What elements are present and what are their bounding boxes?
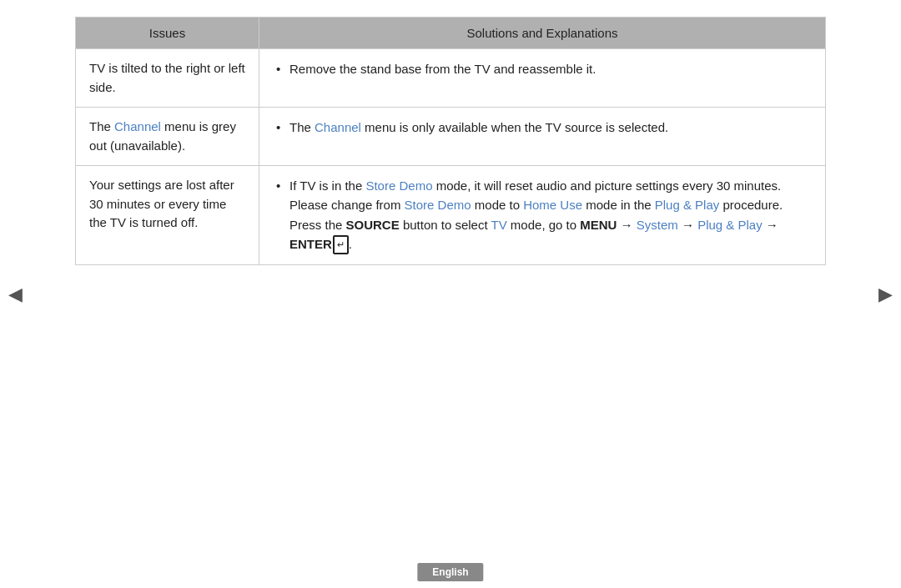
page-container: ◀ ▶ Issues Solutions and Explanations TV… xyxy=(0,0,901,588)
solution-list-2: The Channel menu is only available when … xyxy=(273,118,812,137)
issue-text-3: Your settings are lost after 30 minutes … xyxy=(89,178,234,229)
menu-bold: MENU xyxy=(580,218,617,232)
issue-cell-2: The Channel menu is grey out (unavailabl… xyxy=(76,108,259,166)
header-solutions: Solutions and Explanations xyxy=(259,18,826,49)
solution-list-3: If TV is in the Store Demo mode, it will… xyxy=(273,176,812,254)
enter-bold: ENTER xyxy=(289,237,332,251)
enter-icon xyxy=(333,235,349,254)
table-header-row: Issues Solutions and Explanations xyxy=(76,18,826,49)
tv-link: TV xyxy=(491,218,507,232)
solution-text-2b: menu is only available when the TV sourc… xyxy=(361,120,668,134)
solution-cell-2: The Channel menu is only available when … xyxy=(259,108,826,166)
system-link: System xyxy=(637,218,678,232)
home-use-link: Home Use xyxy=(523,198,582,212)
issue-cell-3: Your settings are lost after 30 minutes … xyxy=(76,166,259,265)
issue-text-2a: The xyxy=(89,119,114,133)
solution-cell-1: Remove the stand base from the TV and re… xyxy=(259,49,826,108)
solution-text-3j: → xyxy=(763,218,778,232)
footer-language: English xyxy=(417,563,483,581)
solution-text-3g: mode, go to xyxy=(507,218,581,232)
solution-text-3c: mode to xyxy=(471,198,524,212)
nav-arrow-right[interactable]: ▶ xyxy=(878,284,893,305)
issue-text-1: TV is tilted to the right or left side. xyxy=(89,61,245,94)
solution-cell-3: If TV is in the Store Demo mode, it will… xyxy=(259,166,826,265)
table-wrapper: Issues Solutions and Explanations TV is … xyxy=(75,17,826,265)
solution-list-1: Remove the stand base from the TV and re… xyxy=(273,59,812,78)
plug-play-link-2: Plug & Play xyxy=(697,218,763,232)
nav-arrow-left[interactable]: ◀ xyxy=(8,284,23,305)
solution-text-1: Remove the stand base from the TV and re… xyxy=(289,62,596,76)
channel-link-issue: Channel xyxy=(114,119,161,133)
source-bold: SOURCE xyxy=(346,218,400,232)
solution-text-3h: → xyxy=(617,218,636,232)
solution-text-3d: mode in the xyxy=(582,198,655,212)
solution-text-3i: → xyxy=(678,218,697,232)
solution-item-2: The Channel menu is only available when … xyxy=(273,118,812,137)
solution-item-1: Remove the stand base from the TV and re… xyxy=(273,59,812,78)
solution-item-3: If TV is in the Store Demo mode, it will… xyxy=(273,176,812,254)
header-issues: Issues xyxy=(76,18,259,49)
channel-link-solution: Channel xyxy=(315,120,361,134)
content-table: Issues Solutions and Explanations TV is … xyxy=(75,17,826,265)
issue-cell-1: TV is tilted to the right or left side. xyxy=(76,49,259,108)
store-demo-link-1: Store Demo xyxy=(365,178,432,193)
store-demo-link-2: Store Demo xyxy=(405,198,471,212)
solution-text-3k: . xyxy=(349,237,352,251)
table-row: Your settings are lost after 30 minutes … xyxy=(76,166,826,265)
table-row: The Channel menu is grey out (unavailabl… xyxy=(76,108,826,166)
solution-text-3f: button to select xyxy=(400,218,491,232)
solution-text-3a: If TV is in the xyxy=(289,178,365,193)
plug-play-link-1: Plug & Play xyxy=(655,198,720,212)
table-row: TV is tilted to the right or left side. … xyxy=(76,49,826,108)
solution-text-2a: The xyxy=(289,120,315,134)
